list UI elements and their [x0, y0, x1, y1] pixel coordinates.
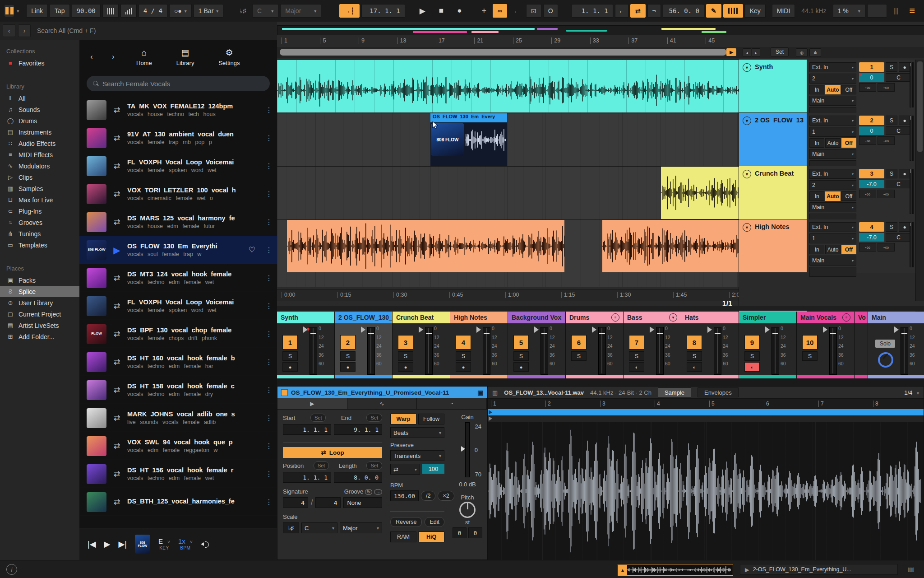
metronome-button[interactable]: ○●▾	[169, 4, 192, 18]
warp-mode-menu[interactable]: Beats▾	[390, 427, 444, 438]
record-icon[interactable]: ●	[899, 116, 910, 125]
clip-title-bar[interactable]: OS_FLOW_130_Em_Everything_U_Promised_Voc…	[277, 387, 487, 398]
splice-search-input[interactable]: Search Female Vocals	[87, 76, 270, 91]
sidebar-item-add-folder[interactable]: ⊞Add Folder...	[0, 331, 79, 342]
solo-button[interactable]: S	[571, 351, 587, 361]
time-ruler[interactable]: 0:000:150:300:451:001:151:301:452:00	[277, 289, 739, 301]
sample-row[interactable]: ⇄DS_BTH_125_vocal_harmonies_fe⋮	[79, 488, 277, 516]
volume-field[interactable]: -7.0	[859, 180, 884, 188]
start-value[interactable]: 1. 1. 1	[283, 424, 331, 435]
current-clip-readout[interactable]: ▶ 2-OS_FLOW_130_Em_Everything_U...	[740, 564, 898, 575]
play-button[interactable]: ▶	[415, 5, 433, 17]
stop-button[interactable]: ■	[434, 5, 451, 17]
reverse-button[interactable]: Reverse	[390, 517, 422, 527]
loop-sync-icon[interactable]: ⇄	[112, 441, 122, 451]
sample-row[interactable]: ⇄FL_VOXPH_Vocal_Loop_Voicemaivocals fema…	[79, 152, 277, 180]
sidebar-item-clips[interactable]: ▷Clips	[0, 172, 79, 183]
midi-monitor-icon[interactable]: ◐	[687, 362, 702, 372]
more-options-icon[interactable]: ⋮	[265, 246, 273, 254]
bpm-double-button[interactable]: ×2	[438, 491, 454, 501]
sidebar-item-drums[interactable]: ◯Drums	[0, 115, 79, 126]
nudge-up-button[interactable]	[120, 4, 137, 18]
sidebar-item-current-project[interactable]: ▢Current Project	[0, 308, 79, 320]
scale-signature-button[interactable]: ♭♯	[283, 522, 299, 533]
selection-box-button[interactable]: ⊡	[526, 4, 541, 18]
solo-button[interactable]: S	[886, 62, 897, 72]
loop-set-button[interactable]: Set	[771, 47, 789, 56]
lock-icon[interactable]: ≙	[809, 48, 821, 57]
loop-sync-icon[interactable]: ⇄	[112, 105, 122, 115]
position-set-button[interactable]: Set	[314, 461, 329, 470]
loop-sync-icon[interactable]: ⇄	[112, 189, 122, 199]
punch-in-button[interactable]: ⌐	[615, 4, 628, 18]
sample-beat-ruler[interactable]: 12345678	[488, 399, 924, 409]
key-root-menu[interactable]: C▾	[252, 4, 278, 18]
sidebar-item-plug-ins[interactable]: ⊂Plug-Ins	[0, 205, 79, 217]
track-header-crunch-beat[interactable]: ▼Crunch BeatExt. In▾2▾InAutoOffMain▾ 3S●…	[739, 166, 915, 220]
arm-button[interactable]: 3	[859, 169, 884, 178]
pan-field[interactable]: C	[886, 180, 911, 188]
heart-icon[interactable]: ♡	[249, 245, 255, 255]
arm-button[interactable]: 1	[859, 62, 884, 72]
midi-monitor-icon[interactable]: ◐	[744, 362, 760, 372]
follow-button[interactable]: →┆	[339, 4, 359, 18]
sidebar-item-favorites[interactable]: ■Favorites	[0, 57, 79, 69]
play-icon[interactable]: ▶	[112, 245, 122, 256]
sample-row[interactable]: ⇄FL_VOXPH_Vocal_Loop_Voicemaivocals fema…	[79, 292, 277, 320]
nudge-down-button[interactable]	[102, 4, 119, 18]
clip-color-swatch[interactable]	[281, 389, 288, 396]
zoom-lens-icon[interactable]: ◎	[796, 48, 808, 57]
more-options-icon[interactable]: ⋮	[265, 106, 273, 114]
insert-marker[interactable]: ▶	[726, 48, 736, 56]
gain-slider[interactable]	[465, 422, 470, 477]
sample-row[interactable]: ⇄MARK_JOHNS_vocal_adlib_one_slive sounds…	[79, 404, 277, 432]
draw-circle-button[interactable]: O	[543, 4, 558, 18]
send-a-field[interactable]: -∞	[859, 136, 876, 145]
sidebar-item-grooves[interactable]: ≈Grooves	[0, 217, 79, 228]
solo-button[interactable]: S	[744, 351, 760, 361]
clip-synth[interactable]	[277, 60, 739, 112]
monitor-switch[interactable]: InAutoOff	[809, 191, 856, 201]
mixer-strip-background-vox[interactable]: Background Vox0122436605S●	[508, 312, 566, 378]
clip-os-flow[interactable]: OS_FLOW_130_Em_Every 808 FLOW	[430, 113, 507, 166]
sample-row[interactable]: ⇄TA_MK_VOX_FEMALE12_124bpm_vocals house …	[79, 96, 277, 124]
midi-map-button[interactable]: MIDI	[772, 4, 795, 18]
mixer-strip-high-notes[interactable]: High Notes0122436604S●	[450, 312, 508, 378]
sample-row[interactable]: ⇄91V_AT_130_ambient_vocal_duenvocals fem…	[79, 124, 277, 152]
volume-fader[interactable]	[829, 327, 837, 375]
volume-field[interactable]: 0	[859, 73, 884, 82]
browser-search-input[interactable]: Search All (Cmd + F)	[37, 27, 96, 34]
lane-high-notes[interactable]	[277, 219, 739, 273]
solo-button[interactable]: S	[886, 222, 897, 232]
sidebar-item-modulators[interactable]: ∿Modulators	[0, 160, 79, 172]
next-sample-button[interactable]: ▶|	[118, 539, 127, 549]
loop-sync-icon[interactable]: ⇄	[112, 469, 122, 479]
mixer-strip-crunch-beat[interactable]: Crunch Beat0122436603S●	[393, 312, 450, 378]
volume-icon[interactable]	[201, 541, 210, 548]
sidebar-item-artist-livesets[interactable]: ▤Artist LiveSets	[0, 320, 79, 331]
start-marker-row[interactable]	[488, 415, 924, 422]
mixer-strip-2-os-flow-130[interactable]: 2 OS_FLOW_130_0122436602S●	[335, 312, 393, 378]
pan-field[interactable]: C	[886, 73, 911, 82]
lane-synth[interactable]	[277, 60, 739, 113]
loop-sync-icon[interactable]: ⇄	[112, 413, 122, 423]
fold-icon[interactable]: ▼	[743, 117, 751, 125]
solo-button[interactable]: S	[456, 351, 471, 361]
clip-high-notes-1[interactable]	[287, 220, 564, 272]
more-options-icon[interactable]: ⋮	[265, 162, 273, 170]
sidebar-item-tunings[interactable]: ⋔Tunings	[0, 228, 79, 239]
loop-brace[interactable]	[488, 409, 924, 415]
record-icon[interactable]: ●	[899, 222, 910, 232]
time-signature-field[interactable]: 4 / 4	[139, 4, 167, 18]
loop-sync-icon[interactable]: ⇄	[112, 329, 122, 339]
pan-field[interactable]: C	[886, 126, 911, 135]
output-menu[interactable]: Main▾	[809, 256, 856, 266]
track-header-synth[interactable]: ▼SynthExt. In▾2▾InAutoOffMain▾ 1S●0C-∞-∞	[739, 60, 915, 113]
scale-root-menu[interactable]: C▾	[301, 522, 337, 533]
computer-midi-keyboard-button[interactable]	[723, 4, 743, 18]
monitor-switch[interactable]: InAutoOff	[809, 245, 856, 254]
arm-button[interactable]: 4	[859, 222, 884, 232]
key-signature-icon[interactable]: ♭♯	[235, 5, 250, 17]
splice-forward-button[interactable]: ›	[108, 53, 118, 61]
input-type-menu[interactable]: Ext. In▾	[809, 169, 856, 179]
